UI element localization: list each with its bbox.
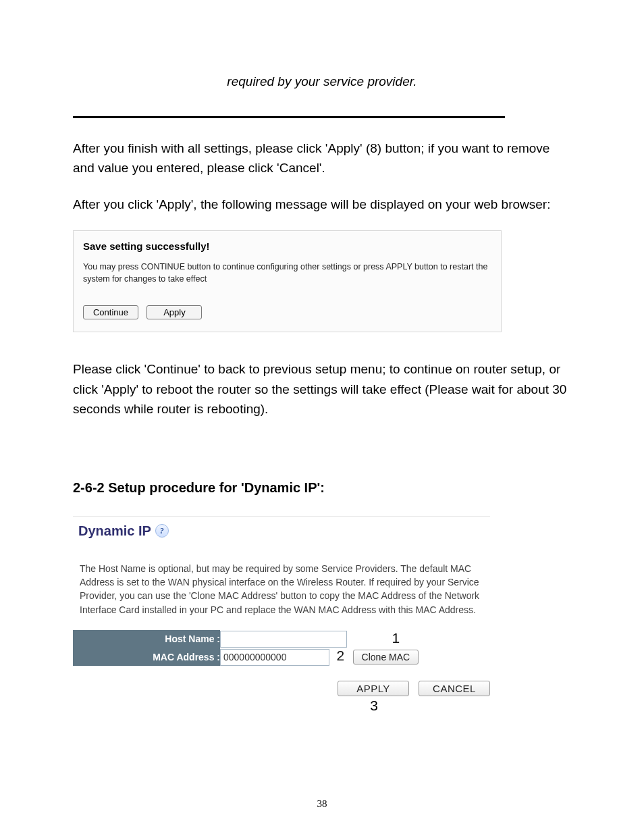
clone-mac-button[interactable]: Clone MAC [353,650,419,664]
save-setting-messagebox: Save setting successfully! You may press… [73,230,502,332]
dynamic-ip-description: The Host Name is optional, but may be re… [73,543,490,630]
paragraph-3: Please click 'Continue' to back to previ… [73,359,571,419]
host-name-input[interactable] [220,631,347,648]
cancel-button-form[interactable]: CANCEL [419,681,490,696]
messagebox-description: You may press CONTINUE button to continu… [83,261,491,285]
annotation-3: 3 [306,698,441,714]
section-heading: 2-6-2 Setup procedure for 'Dynamic IP': [73,480,571,496]
paragraph-2: After you click 'Apply', the following m… [73,194,571,214]
annotation-1: 1 [392,630,400,646]
messagebox-title: Save setting successfully! [83,240,491,252]
dynamic-ip-form: Host Name : 1 MAC Address : 2 Clone MAC [73,630,490,718]
annotation-2: 2 [336,648,344,663]
mac-address-label: MAC Address : [73,648,220,666]
top-note: required by your service provider. [73,74,571,89]
continue-button[interactable]: Continue [83,305,138,319]
paragraph-1: After you finish with all settings, plea… [73,138,571,178]
dynamic-ip-panel: Dynamic IP ? The Host Name is optional, … [73,516,490,718]
apply-button-form[interactable]: APPLY [338,681,409,696]
apply-button[interactable]: Apply [146,305,202,319]
host-name-label: Host Name : [73,630,220,648]
page-number: 38 [0,798,644,810]
divider [73,116,505,118]
help-icon[interactable]: ? [155,524,169,538]
dynamic-ip-title: Dynamic IP [78,523,151,539]
mac-address-input[interactable] [220,649,329,666]
